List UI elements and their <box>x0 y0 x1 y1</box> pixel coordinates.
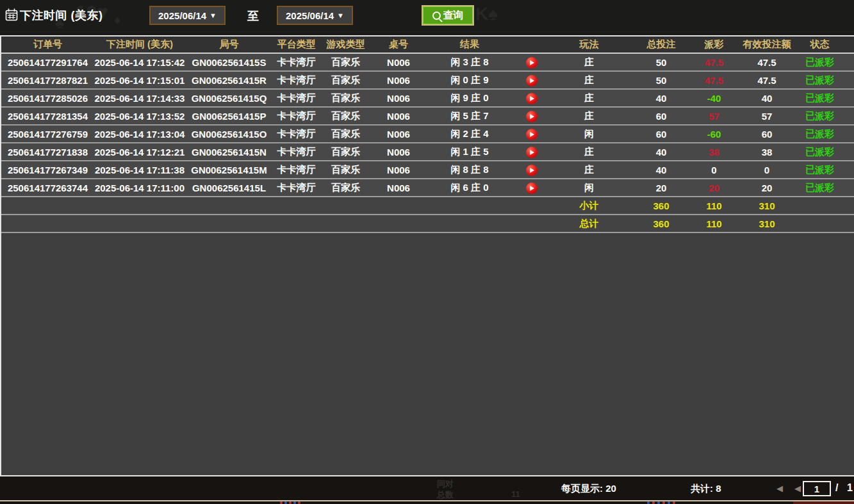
cell-play-type: 闲 <box>549 125 629 143</box>
date-range-to-label: 至 <box>247 8 259 24</box>
table-row: 250614177271838 2025-06-14 17:12:21 GN00… <box>1 143 854 161</box>
cell-result: 闲 9 庄 0 <box>425 89 514 107</box>
cell-total-bet: 60 <box>629 125 693 143</box>
cell-game-type: 百家乐 <box>320 89 372 107</box>
cell-game-type: 百家乐 <box>320 107 372 125</box>
card-pattern-decor: K♠ <box>475 4 498 24</box>
header-clipped-column <box>841 37 854 53</box>
replay-icon[interactable] <box>526 165 538 176</box>
date-from-select[interactable]: 2025/06/14 ▼ <box>149 6 226 25</box>
cell-round-no: GN0062561415S <box>185 53 273 71</box>
replay-icon[interactable] <box>526 75 538 86</box>
roadmap-bead <box>293 501 296 504</box>
header-platform: 平台类型 <box>273 37 320 53</box>
betting-records-table: 订单号 下注时间 (美东) 局号 平台类型 游戏类型 桌号 结果 玩法 总投注 … <box>1 37 854 233</box>
cell-play-type: 庄 <box>549 143 629 161</box>
play-triangle-icon <box>530 186 534 191</box>
page-input[interactable]: 1 <box>803 481 831 496</box>
header-result: 结果 <box>425 37 514 53</box>
grand-total-row: 总计 360 110 310 <box>1 215 854 232</box>
cell-table-no: N006 <box>372 143 425 161</box>
status-badge: 已派彩 <box>799 179 841 197</box>
page-separator: / <box>835 482 838 494</box>
cell-replay <box>514 179 549 197</box>
first-page-button[interactable]: ◀ <box>776 484 783 493</box>
cell-round-no: GN0062561415L <box>185 179 273 197</box>
subtotal-row: 小计 360 110 310 <box>1 197 854 215</box>
cell-order-no: 250614177287821 <box>1 71 94 89</box>
cell-total-bet: 20 <box>629 179 693 197</box>
table-row: 250614177281354 2025-06-14 17:13:52 GN00… <box>1 107 854 125</box>
header-play-type: 玩法 <box>549 37 629 53</box>
replay-icon[interactable] <box>526 129 538 140</box>
grand-total-valid-bet: 310 <box>735 215 799 232</box>
cell-platform: 卡卡湾厅 <box>273 53 320 71</box>
status-badge: 已派彩 <box>799 89 841 107</box>
date-to-value: 2025/06/14 <box>286 10 334 21</box>
cell-round-no: GN0062561415Q <box>185 89 273 107</box>
table-row: 250614177291764 2025-06-14 17:15:42 GN00… <box>1 53 854 71</box>
cell-result: 闲 3 庄 8 <box>425 53 514 71</box>
replay-icon[interactable] <box>526 183 538 194</box>
play-triangle-icon <box>530 78 534 83</box>
cell-valid-bet: 20 <box>735 179 799 197</box>
replay-icon[interactable] <box>526 147 538 158</box>
ghost-underlying-text: 同对 <box>437 478 454 490</box>
subtotal-label: 小计 <box>549 197 629 215</box>
cell-payout: -60 <box>693 125 735 143</box>
chevron-down-icon: ▼ <box>209 12 217 19</box>
cell-play-type: 庄 <box>549 71 629 89</box>
cell-table-no: N006 <box>372 125 425 143</box>
prev-page-button[interactable]: ◀ <box>794 484 801 493</box>
cell-platform: 卡卡湾厅 <box>273 179 320 197</box>
replay-icon[interactable] <box>526 57 538 69</box>
query-button-label: 查询 <box>443 9 464 22</box>
play-triangle-icon <box>530 114 534 119</box>
cell-bet-time: 2025-06-14 17:13:52 <box>94 107 185 125</box>
pagination-bar: 同对 总数 11 每页显示: 20 共计: 8 ◀ ◀ 1 / 1 <box>0 476 854 500</box>
roadmap-bead <box>652 501 655 504</box>
cell-table-no: N006 <box>372 107 425 125</box>
status-badge: 已派彩 <box>799 143 841 161</box>
cell-order-no: 250614177276759 <box>1 125 94 143</box>
cell-result: 闲 0 庄 9 <box>425 71 514 89</box>
roadmap-bead <box>284 501 287 504</box>
total-count-label: 共计: 8 <box>691 483 721 495</box>
play-triangle-icon <box>530 132 534 137</box>
cell-clipped <box>841 71 854 89</box>
cell-table-no: N006 <box>372 71 425 89</box>
cell-platform: 卡卡湾厅 <box>273 107 320 125</box>
status-badge: 已派彩 <box>799 107 841 125</box>
underlying-page-sliver <box>0 501 854 504</box>
play-triangle-icon <box>530 60 534 65</box>
cell-valid-bet: 38 <box>735 143 799 161</box>
cell-bet-time: 2025-06-14 17:11:00 <box>94 179 185 197</box>
play-triangle-icon <box>530 168 534 173</box>
cell-replay <box>514 143 549 161</box>
calendar-icon <box>5 8 18 21</box>
grand-total-payout: 110 <box>693 215 735 232</box>
query-button[interactable]: 查询 <box>422 5 474 26</box>
cell-table-no: N006 <box>372 179 425 197</box>
cell-play-type: 庄 <box>549 107 629 125</box>
table-row: 250614177287821 2025-06-14 17:15:01 GN00… <box>1 71 854 89</box>
cell-game-type: 百家乐 <box>320 161 372 179</box>
roadmap-bead <box>673 501 675 504</box>
cell-platform: 卡卡湾厅 <box>273 161 320 179</box>
betting-records-window: 10♥ ♣ K♠ ♦ 下注时间 (美东) 2025/06/14 ▼ 至 2025… <box>0 0 854 504</box>
play-triangle-icon <box>530 96 534 101</box>
cell-valid-bet: 57 <box>735 107 799 125</box>
cell-bet-time: 2025-06-14 17:11:38 <box>94 161 185 179</box>
search-icon <box>432 12 441 20</box>
cell-game-type: 百家乐 <box>320 143 372 161</box>
replay-icon[interactable] <box>526 111 538 122</box>
status-badge: 已派彩 <box>799 125 841 143</box>
date-from-value: 2025/06/14 <box>158 10 206 21</box>
replay-icon[interactable] <box>526 93 538 104</box>
cell-payout: 57 <box>693 107 735 125</box>
date-to-select[interactable]: 2025/06/14 ▼ <box>277 6 353 25</box>
total-pages-label: 1 <box>847 482 853 494</box>
cell-payout: 38 <box>693 143 735 161</box>
cell-replay <box>514 125 549 143</box>
cell-valid-bet: 0 <box>735 161 799 179</box>
